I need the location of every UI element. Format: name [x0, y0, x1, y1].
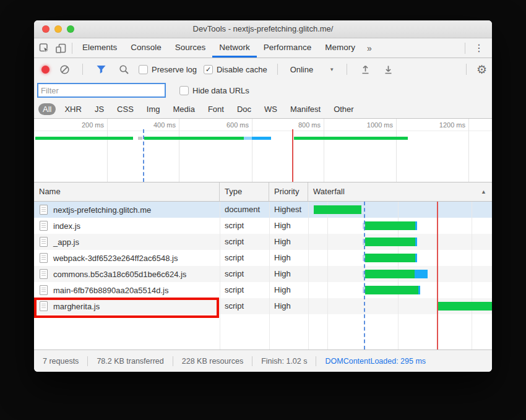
overview-gridline [107, 119, 108, 182]
request-waterfall-cell[interactable] [308, 298, 492, 314]
tab-console[interactable]: Console [124, 38, 168, 58]
filter-input[interactable] [37, 83, 166, 98]
request-waterfall-cell[interactable] [308, 250, 492, 266]
request-name: commons.b5c3a18c605d1be6c624.js [53, 270, 186, 279]
request-name-cell[interactable]: main-6fb76b8890aa20a5514d.js [34, 282, 220, 298]
sort-ascending-icon[interactable]: ▲ [481, 189, 486, 195]
tab-network[interactable]: Network [212, 38, 257, 58]
tab-performance[interactable]: Performance [257, 38, 318, 58]
minimize-window-button[interactable] [54, 25, 62, 33]
tab-elements[interactable]: Elements [75, 38, 124, 58]
search-icon[interactable] [116, 61, 132, 77]
table-row[interactable]: index.jsscriptHigh [34, 218, 492, 234]
hide-data-urls-label: Hide data URLs [192, 86, 249, 95]
type-filter-js[interactable]: JS [90, 103, 108, 115]
type-filter-manifest[interactable]: Manifest [286, 103, 325, 115]
table-row[interactable]: main-6fb76b8890aa20a5514d.jsscriptHigh [34, 282, 492, 298]
divider [465, 43, 465, 54]
more-tabs-button[interactable]: » [362, 43, 377, 53]
type-filter-xhr[interactable]: XHR [60, 103, 85, 115]
request-type-cell: script [220, 250, 269, 266]
request-name: margherita.js [53, 302, 100, 311]
type-filter-other[interactable]: Other [329, 103, 358, 115]
filter-funnel-icon[interactable] [93, 61, 109, 77]
device-toolbar-icon[interactable] [53, 40, 69, 56]
column-header-waterfall[interactable]: Waterfall [308, 182, 492, 201]
request-type-cell: script [220, 234, 269, 250]
request-name: main-6fb76b8890aa20a5514d.js [53, 286, 169, 295]
request-name-cell[interactable]: nextjs-prefetching.glitch.me [34, 202, 220, 218]
type-filter-font[interactable]: Font [204, 103, 228, 115]
request-priority-cell: Highest [269, 202, 308, 218]
divider [466, 64, 467, 75]
request-name-cell[interactable]: webpack-3df6523e264ff2ac6548.js [34, 250, 220, 266]
inspect-element-icon[interactable] [37, 40, 53, 56]
table-row[interactable]: _app.jsscriptHigh [34, 234, 492, 250]
request-waterfall-cell[interactable] [308, 234, 492, 250]
tab-sources[interactable]: Sources [168, 38, 213, 58]
devtools-menu-icon[interactable]: ⋮ [468, 42, 489, 54]
close-window-button[interactable] [42, 25, 50, 33]
disable-cache-checkbox[interactable]: ✓ [204, 65, 213, 74]
request-name-cell[interactable]: commons.b5c3a18c605d1be6c624.js [34, 266, 220, 282]
type-filter-media[interactable]: Media [168, 103, 199, 115]
request-waterfall-cell[interactable] [308, 202, 492, 218]
network-toolbar: Preserve log ✓ Disable cache Online ▼ ⚙ [34, 58, 492, 80]
import-har-icon[interactable] [357, 61, 373, 77]
request-priority-cell: High [269, 234, 308, 250]
request-name: index.js [53, 221, 80, 231]
type-filter-ws[interactable]: WS [260, 103, 282, 115]
request-name-cell[interactable]: margherita.js [34, 298, 220, 314]
hide-data-urls-checkbox[interactable] [179, 86, 189, 95]
zoom-window-button[interactable] [67, 25, 74, 33]
panel-tab-bar: ElementsConsoleSourcesNetworkPerformance… [34, 38, 492, 58]
clear-icon[interactable] [56, 61, 72, 77]
request-name: nextjs-prefetching.glitch.me [53, 205, 151, 215]
request-waterfall-cell[interactable] [308, 266, 492, 282]
waterfall-bar-blue [415, 221, 417, 230]
status-bar: 7 requests78.2 KB transferred228 KB reso… [34, 349, 492, 372]
type-filter-img[interactable]: Img [142, 103, 165, 115]
traffic-lights [42, 25, 74, 33]
tab-memory[interactable]: Memory [318, 38, 362, 58]
type-filter-doc[interactable]: Doc [233, 103, 256, 115]
overview-tick-label: 1200 ms [439, 121, 468, 129]
status-domcontentloaded[interactable]: DOMContentLoaded: 295 ms [316, 357, 434, 366]
table-row[interactable]: commons.b5c3a18c605d1be6c624.jsscriptHig… [34, 266, 492, 282]
settings-gear-icon[interactable]: ⚙ [476, 64, 487, 75]
column-header-type[interactable]: Type [220, 182, 269, 201]
request-type-cell: script [220, 282, 269, 298]
record-network-log-button[interactable] [41, 66, 50, 74]
request-waterfall-cell[interactable] [308, 282, 492, 298]
type-filter-row: AllXHRJSCSSImgMediaFontDocWSManifestOthe… [34, 100, 492, 119]
waterfall-bar-green [365, 238, 415, 246]
timeline-overview[interactable]: 200 ms400 ms600 ms800 ms1000 ms1200 ms [34, 119, 492, 182]
type-filter-css[interactable]: CSS [113, 103, 138, 115]
throttling-dropdown[interactable]: Online ▼ [288, 65, 337, 74]
file-icon [40, 253, 48, 263]
overview-activity-bar [244, 137, 252, 140]
table-row[interactable]: webpack-3df6523e264ff2ac6548.jsscriptHig… [34, 250, 492, 266]
preserve-log-checkbox[interactable] [139, 65, 148, 74]
hide-data-urls-toggle[interactable]: Hide data URLs [179, 86, 249, 95]
file-icon [40, 221, 48, 231]
disable-cache-toggle[interactable]: ✓ Disable cache [204, 65, 267, 74]
waterfall-bar-green [365, 286, 418, 294]
column-header-priority[interactable]: Priority [269, 182, 308, 201]
overview-activity-bar [252, 137, 271, 140]
column-header-name[interactable]: Name [34, 182, 220, 201]
disable-cache-label: Disable cache [217, 65, 267, 74]
overview-domcontentloaded-line [143, 129, 144, 182]
divider [82, 64, 83, 75]
request-name-cell[interactable]: _app.js [34, 234, 220, 250]
export-har-icon[interactable] [380, 61, 396, 77]
table-row[interactable]: nextjs-prefetching.glitch.medocumentHigh… [34, 202, 492, 218]
request-waterfall-cell[interactable] [308, 218, 492, 234]
request-name-cell[interactable]: index.js [34, 218, 220, 234]
divider [347, 64, 347, 75]
request-table-body: nextjs-prefetching.glitch.medocumentHigh… [34, 202, 492, 314]
request-table-header: Name Type Priority Waterfall ▲ [34, 182, 492, 202]
type-filter-all[interactable]: All [38, 103, 56, 115]
preserve-log-toggle[interactable]: Preserve log [139, 65, 197, 74]
table-row[interactable]: margherita.jsscriptHigh [34, 298, 492, 314]
